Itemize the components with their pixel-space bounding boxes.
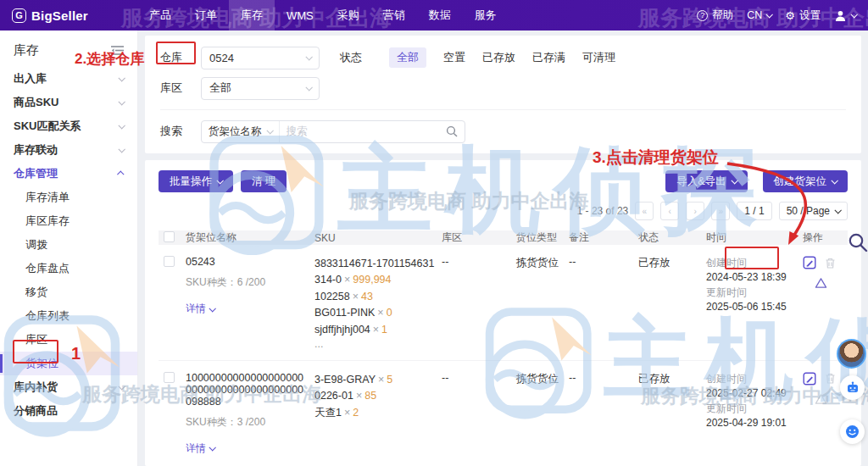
remark-value: -- xyxy=(569,372,638,384)
sku-list: 3-E98-GRAY×5 0226-01×85 天查1×2 xyxy=(314,372,442,421)
chevron-down-icon xyxy=(118,146,125,153)
page-size-select[interactable]: 50 / Page xyxy=(779,202,848,220)
shelf-name: 1000000000000000000000000000000000000000… xyxy=(186,372,306,408)
status-option-cleanable[interactable]: 可清理 xyxy=(582,50,615,65)
detail-toggle[interactable]: 详情 xyxy=(186,441,214,456)
search-type-select[interactable]: 货架位名称 xyxy=(202,121,280,142)
warehouse-label: 仓库 xyxy=(160,50,201,65)
clean-button[interactable]: 清 理 xyxy=(241,170,287,192)
prev-page-button[interactable]: ‹ xyxy=(660,202,679,220)
remark-value: -- xyxy=(569,256,638,268)
chevron-down-icon xyxy=(305,53,312,60)
detail-toggle[interactable]: 详情 xyxy=(186,302,214,316)
shelf-type: 拣货货位 xyxy=(516,372,569,386)
viewer-magnifier-icon[interactable] xyxy=(848,232,868,252)
create-shelf-button[interactable]: 创建货架位 xyxy=(763,170,849,192)
clean-shelf-icon[interactable] xyxy=(815,277,827,289)
chevron-down-icon xyxy=(216,177,223,184)
chevron-down-icon xyxy=(118,383,125,390)
status-value: 已存放 xyxy=(638,372,706,386)
brand-logo[interactable]: G BigSeller xyxy=(12,8,114,23)
search-input[interactable] xyxy=(280,125,447,137)
batch-actions-button[interactable]: 批量操作 xyxy=(159,170,233,192)
filter-panel: 仓库 0524 状态 全部 空置 已存放 已存满 可清理 库区 xyxy=(145,36,861,153)
chevron-down-icon xyxy=(831,177,837,184)
nav-item-data[interactable]: 数据 xyxy=(417,0,463,31)
status-option-empty[interactable]: 空置 xyxy=(443,50,465,65)
status-option-full[interactable]: 已存满 xyxy=(532,50,565,65)
edit-icon[interactable] xyxy=(803,372,816,386)
collapse-sidebar-icon[interactable] xyxy=(111,45,124,56)
zone-select[interactable]: 全部 xyxy=(201,77,320,100)
shelf-name: 05243 xyxy=(186,256,306,268)
shelf-table-panel: 批量操作 清 理 导入&导出 创建货架位 xyxy=(145,160,861,466)
sidebar-item-product-sku[interactable]: 商品SKU xyxy=(0,91,137,114)
assistant-button[interactable] xyxy=(840,375,865,400)
zone-value: -- xyxy=(442,372,516,384)
shelf-type: 拣货货位 xyxy=(516,256,569,270)
sidebar-item-warehouse-list[interactable]: 仓库列表 xyxy=(0,304,137,328)
chevron-down-icon xyxy=(118,122,125,129)
sidebar-item-transfer[interactable]: 调拨 xyxy=(0,233,137,257)
watermark-navbar-text: 服务跨境电商 助力中企出海 xyxy=(121,3,392,33)
sidebar-item-replenish[interactable]: 库内补货 xyxy=(0,375,137,399)
select-all-checkbox[interactable] xyxy=(164,231,175,242)
sidebar-item-stock-link[interactable]: 库存联动 xyxy=(0,138,137,162)
search-box: 货架位名称 xyxy=(201,120,465,143)
sidebar-item-zone[interactable]: 库区 xyxy=(0,328,137,352)
delete-icon[interactable] xyxy=(824,372,837,385)
import-export-button[interactable]: 导入&导出 xyxy=(665,170,747,192)
search-label: 搜索 xyxy=(160,124,201,139)
status-value: 已存放 xyxy=(638,256,706,270)
top-navbar: G BigSeller 产品 订单 库存 WMS 采购 营销 数据 服务 ? 帮… xyxy=(0,0,868,31)
toolbar: 批量操作 清 理 导入&导出 创建货架位 xyxy=(159,170,848,192)
chevron-up-icon xyxy=(117,170,124,177)
sidebar-item-stock-list[interactable]: 库存清单 xyxy=(0,186,137,209)
chevron-down-icon xyxy=(305,84,312,91)
warehouse-select[interactable]: 0524 xyxy=(201,47,320,69)
nav-item-service[interactable]: 服务 xyxy=(463,0,509,31)
sidebar-item-move-goods[interactable]: 移货 xyxy=(0,280,137,304)
chevron-down-icon xyxy=(266,127,273,134)
chevron-down-icon xyxy=(209,305,215,312)
row-checkbox[interactable] xyxy=(164,256,175,267)
status-option-all[interactable]: 全部 xyxy=(389,47,426,68)
sidebar-title: 库存 xyxy=(14,42,39,58)
bigseller-logo-icon: G xyxy=(12,8,26,23)
sidebar-item-warehouse-mgmt[interactable]: 仓库管理 xyxy=(0,162,137,186)
status-option-stored[interactable]: 已存放 xyxy=(482,50,515,65)
clean-shelf-icon[interactable] xyxy=(815,393,827,405)
edit-icon[interactable] xyxy=(803,256,816,269)
sku-list: 3833114671-1701154631314-0×999,994 10225… xyxy=(314,256,442,350)
feedback-button[interactable] xyxy=(840,419,865,444)
table-row: 1000000000000000000000000000000000000000… xyxy=(159,361,848,466)
table-row: 05243 SKU种类：6 /200 详情 3833114671-1701154… xyxy=(159,245,848,361)
status-filter: 全部 空置 已存放 已存满 可清理 xyxy=(389,47,615,68)
sidebar: 库存 出入库 商品SKU SKU匹配关系 库存联动 仓库管理 库存清单 xyxy=(0,31,138,466)
sidebar-item-stocktake[interactable]: 仓库盘点 xyxy=(0,257,137,280)
avatar[interactable] xyxy=(837,339,866,369)
zone-value: -- xyxy=(442,256,516,268)
time-cell: 创建时间 2025-02-27 02:49 更新时间 2025-04-29 19… xyxy=(706,372,803,431)
robot-icon xyxy=(846,381,860,395)
sidebar-item-sku-match[interactable]: SKU匹配关系 xyxy=(0,114,137,138)
sidebar-item-inout[interactable]: 出入库 xyxy=(0,67,137,91)
next-page-button[interactable]: › xyxy=(686,202,704,220)
delete-icon[interactable] xyxy=(824,257,837,269)
last-page-button[interactable]: » xyxy=(711,202,730,220)
status-label: 状态 xyxy=(340,50,374,65)
watermark-navbar-text: 服务跨境电商 助力中企出海 xyxy=(638,3,868,33)
first-page-button[interactable]: « xyxy=(635,202,654,220)
pagination: 1 - 23 of 23 « ‹ › » 1 / 1 50 / Page xyxy=(159,202,848,220)
bigseller-app: G BigSeller 产品 订单 库存 WMS 采购 营销 数据 服务 ? 帮… xyxy=(0,0,868,466)
page-indicator[interactable]: 1 / 1 xyxy=(737,202,771,220)
sidebar-item-distribution[interactable]: 分销商品 xyxy=(0,399,137,423)
pagination-range: 1 - 23 of 23 xyxy=(577,205,629,217)
search-icon[interactable] xyxy=(446,125,458,137)
chevron-down-icon xyxy=(834,207,841,214)
row-checkbox[interactable] xyxy=(164,372,175,383)
sidebar-item-shelf[interactable]: 货架位 xyxy=(0,352,137,375)
smiley-icon xyxy=(845,424,860,439)
chevron-down-icon xyxy=(118,75,125,81)
sidebar-item-zone-stock[interactable]: 库区库存 xyxy=(0,209,137,233)
